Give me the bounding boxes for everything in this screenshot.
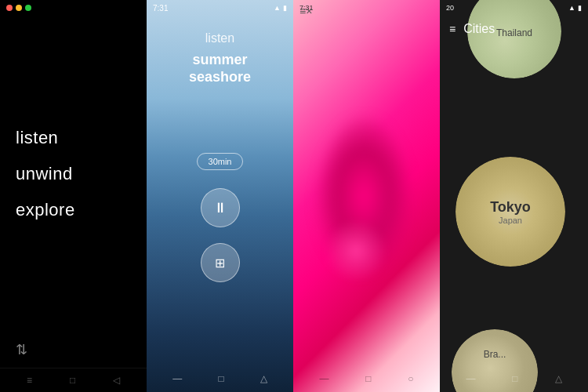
signal-icon: ▲ (274, 4, 281, 12)
bottom-bar-panel1: ⇅ (0, 332, 147, 368)
nav-back-icon4[interactable]: △ (555, 373, 562, 384)
nav-square-icon3[interactable]: □ (365, 373, 371, 384)
bottom-nav-panel1: ≡ □ ◁ (0, 368, 147, 392)
player-listen-label: listen (147, 31, 293, 45)
nav-back-icon[interactable]: ◁ (113, 375, 120, 386)
nav-square-icon[interactable]: □ (218, 373, 223, 384)
time-panel2: 7:31 (153, 4, 168, 13)
status-bar-panel2: 7:31 ▲ ▮ (147, 0, 293, 16)
abstract-shape-secondary (325, 220, 387, 282)
dot-red (6, 5, 13, 11)
tokyo-country-name: Japan (490, 216, 531, 225)
battery-icon-4: ▮ (578, 4, 582, 12)
status-bar-panel1 (0, 0, 147, 16)
hamburger-close-icon[interactable]: ≡× (299, 5, 312, 17)
panel-cities: 20 ▲ ▮ ≡ Cities Thailand Tokyo Japan Bra… (440, 0, 588, 392)
eq-icon: ⊞ (215, 256, 225, 270)
track-title: summerseashore (147, 52, 293, 85)
pause-icon: ⏸ (213, 200, 227, 216)
status-bar-panel4: 20 ▲ ▮ (440, 0, 588, 16)
bottom-nav-panel2: — □ △ (147, 365, 293, 392)
equalizer-button[interactable]: ⊞ (201, 243, 240, 282)
timer-badge[interactable]: 30min (197, 153, 244, 170)
map-circle-tokyo[interactable]: Tokyo Japan (456, 157, 565, 267)
nav-circle-icon3[interactable]: ○ (408, 373, 413, 384)
nav-dash-icon[interactable]: — (172, 373, 182, 384)
time-panel4: 20 (446, 4, 454, 12)
nav-dash-icon4[interactable]: — (466, 373, 475, 384)
tokyo-city-name: Tokyo (490, 199, 531, 216)
cities-title: Cities (463, 22, 495, 36)
status-icons-panel4: ▲ ▮ (568, 4, 582, 12)
nav-home-icon[interactable]: □ (70, 375, 75, 386)
tokyo-label-container: Tokyo Japan (490, 199, 531, 225)
bottom-nav-panel3: — □ ○ (293, 365, 440, 392)
pause-button[interactable]: ⏸ (201, 188, 240, 227)
settings-icon[interactable]: ⇅ (16, 341, 27, 358)
hamburger-icon-panel4[interactable]: ≡ (449, 23, 456, 35)
panel-player: 7:31 ▲ ▮ listen summerseashore 30min ⏸ ⊞… (147, 0, 293, 392)
tokyo-map-bg: Tokyo Japan (456, 157, 565, 267)
cities-header: ≡ Cities (440, 16, 588, 42)
dot-yellow (16, 5, 22, 11)
bottom-nav-panel4: — □ △ (440, 365, 588, 392)
nav-square-icon4[interactable]: □ (512, 373, 517, 384)
menu-item-unwind[interactable]: unwind (16, 164, 131, 184)
battery-icon: ▮ (283, 4, 287, 12)
menu-item-explore[interactable]: explore (16, 200, 131, 220)
panel-menu: listen unwind explore ⇅ ≡ □ ◁ (0, 0, 147, 392)
status-icons-panel2: ▲ ▮ (274, 4, 287, 12)
nav-menu-icon[interactable]: ≡ (27, 375, 32, 386)
status-bar-panel3: 7:31 (293, 0, 440, 16)
nav-dash-icon3[interactable]: — (319, 373, 328, 384)
menu-item-listen[interactable]: listen (16, 128, 131, 148)
brazil-label: Bra... (484, 349, 506, 360)
dot-green (25, 5, 31, 11)
panel-abstract: 7:31 ≡× — □ ○ (293, 0, 440, 392)
player-content: listen summerseashore (147, 31, 293, 85)
menu-items-container: listen unwind explore (0, 16, 147, 332)
wifi-icon: ▲ (568, 4, 575, 12)
nav-up-icon[interactable]: △ (260, 373, 267, 384)
